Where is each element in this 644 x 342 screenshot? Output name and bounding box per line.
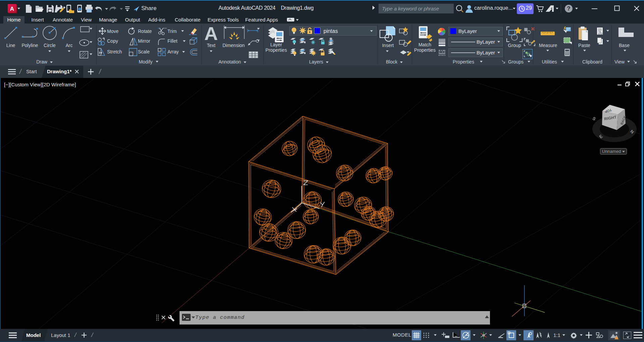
svg-text:A: A (10, 6, 14, 12)
svg-text:S: S (592, 116, 597, 122)
